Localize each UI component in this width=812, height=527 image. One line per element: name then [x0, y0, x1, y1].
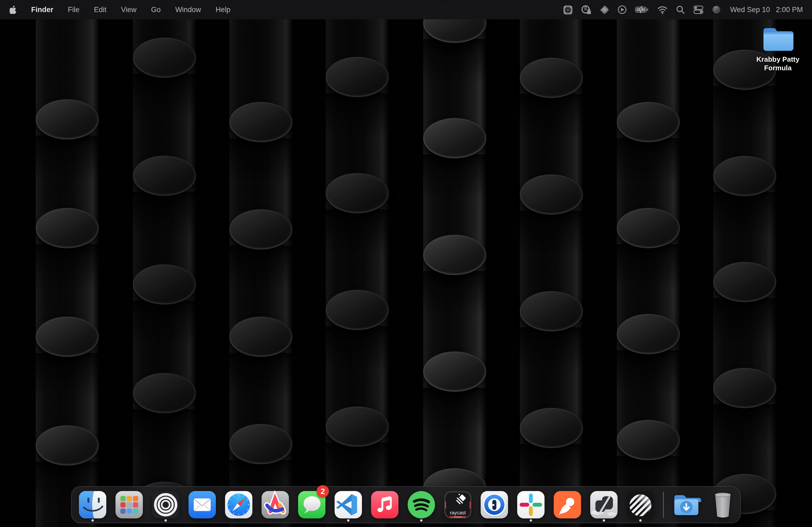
- desktop-wallpaper: [0, 0, 812, 527]
- dial-lock-icon[interactable]: [581, 4, 592, 15]
- notification-badge: 2: [317, 485, 329, 497]
- menu-bar-date[interactable]: Wed Sep 10: [730, 6, 770, 14]
- play-circle-icon[interactable]: [617, 4, 627, 15]
- battery-charging-icon[interactable]: [635, 4, 650, 15]
- running-indicator: [603, 519, 605, 522]
- dock-item-mail[interactable]: [184, 487, 220, 523]
- dock-item-target[interactable]: [147, 487, 184, 523]
- desktop-folder-label: Krabby Patty Formula: [746, 55, 810, 72]
- menu-item-go[interactable]: Go: [151, 6, 161, 14]
- running-indicator: [91, 519, 94, 522]
- running-indicator: [164, 519, 167, 522]
- dock-item-linear[interactable]: [622, 487, 659, 523]
- dock-item-dia[interactable]: [586, 487, 622, 523]
- menu-bar-clock[interactable]: 2:00 PM: [776, 6, 803, 14]
- wallpaper-cylinder-column: [520, 0, 583, 527]
- dock-item-raycast[interactable]: raycast: [439, 487, 476, 523]
- running-indicator: [420, 519, 423, 522]
- sunburst-app-icon[interactable]: [563, 4, 573, 15]
- menu-item-help[interactable]: Help: [216, 6, 231, 14]
- wallpaper-cylinder-column: [326, 0, 389, 527]
- apple-menu-icon[interactable]: [10, 6, 17, 14]
- dock-divider: [663, 492, 664, 518]
- desktop-folder-krabby-patty[interactable]: Krabby Patty Formula: [745, 24, 811, 72]
- running-indicator: [639, 519, 642, 522]
- spotlight-search-icon[interactable]: [675, 4, 685, 15]
- dock-items: 2 raycast: [72, 487, 740, 523]
- dock-item-music[interactable]: [366, 487, 403, 523]
- dock-item-postman[interactable]: [549, 487, 586, 523]
- menu-bar-status-area: Wed Sep 10 2:00 PM: [555, 4, 803, 15]
- wallpaper-cylinder-column: [423, 0, 486, 527]
- dock-item-launchpad[interactable]: [111, 487, 147, 523]
- dock-item-finder[interactable]: [74, 487, 111, 523]
- wallpaper-cylinder-column: [617, 0, 680, 527]
- menu-item-window[interactable]: Window: [175, 6, 201, 14]
- dock-item-downloads[interactable]: [668, 487, 705, 523]
- svg-text:raycast: raycast: [450, 510, 466, 515]
- striped-tag-icon[interactable]: [599, 4, 610, 15]
- dock-item-arc[interactable]: [257, 487, 293, 523]
- dock-item-safari[interactable]: [220, 487, 257, 523]
- dock-item-vscode[interactable]: [330, 487, 366, 523]
- menu-item-edit[interactable]: Edit: [94, 6, 106, 14]
- wallpaper-cylinder-column: [133, 0, 196, 527]
- wallpaper-cylinder-column: [713, 0, 776, 527]
- dock-item-onepassword[interactable]: [476, 487, 512, 523]
- running-indicator: [530, 519, 532, 522]
- wallpaper-cylinder-column: [36, 0, 99, 527]
- dock-item-trash[interactable]: [705, 487, 741, 523]
- control-center-icon[interactable]: [693, 4, 704, 15]
- dock-item-spotify[interactable]: [403, 487, 439, 523]
- wallpaper-cylinder-column: [229, 0, 292, 527]
- dock: 2 raycast: [71, 486, 741, 523]
- status-icons: [555, 4, 722, 15]
- menu-item-file[interactable]: File: [68, 6, 80, 14]
- wifi-icon[interactable]: [657, 4, 668, 15]
- sphere-icon[interactable]: [711, 4, 722, 15]
- menu-item-view[interactable]: View: [121, 6, 137, 14]
- folder-icon: [761, 24, 795, 54]
- running-indicator: [347, 519, 350, 522]
- dock-item-messages[interactable]: 2: [293, 487, 330, 523]
- menu-items: FileEditViewGoWindowHelp: [68, 6, 231, 14]
- menu-bar: Finder FileEditViewGoWindowHelp Wed Sep …: [0, 0, 812, 19]
- dock-item-slack[interactable]: [512, 487, 549, 523]
- menu-app-name[interactable]: Finder: [31, 6, 54, 14]
- menu-bar-left: Finder FileEditViewGoWindowHelp: [10, 6, 230, 14]
